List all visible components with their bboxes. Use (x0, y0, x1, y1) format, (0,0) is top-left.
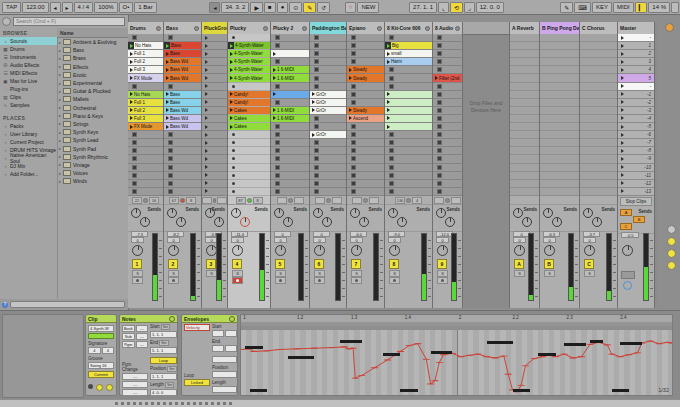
send-a-knob[interactable] (205, 208, 215, 218)
clip-slot[interactable] (433, 50, 462, 58)
position-set-button[interactable]: Set (167, 366, 176, 372)
clip-slot[interactable] (202, 131, 227, 139)
midi-note[interactable] (612, 389, 629, 392)
clip-slot[interactable] (385, 155, 432, 163)
clip[interactable]: Cakes (228, 107, 270, 114)
clip-slot[interactable] (347, 50, 384, 58)
clip[interactable]: Candy! (228, 99, 270, 106)
clip-slot[interactable] (202, 91, 227, 99)
help-icon[interactable]: ? (2, 302, 8, 308)
signature-denominator[interactable]: 4 (102, 347, 115, 354)
folder-row[interactable]: ▸Voices (57, 169, 128, 177)
envelopes-panel-circle-icon[interactable] (229, 316, 235, 322)
clip[interactable]: No Hats (128, 42, 163, 49)
clip-slot[interactable]: No Hats (128, 91, 163, 99)
clip-slot[interactable] (347, 131, 384, 139)
gain-field[interactable]: 0 (167, 237, 180, 243)
scene-slot[interactable]: -11 (618, 172, 654, 180)
clip-slot[interactable]: small (385, 50, 432, 58)
scene-slot[interactable]: -2 (618, 99, 654, 107)
clip-slot[interactable]: Bass Wd (164, 66, 201, 74)
clip-slot[interactable] (164, 131, 201, 139)
punch-in-button[interactable]: ⌞ (438, 2, 449, 13)
folder-row[interactable]: ▸Brass (57, 54, 128, 62)
send-a-knob[interactable] (543, 208, 553, 218)
send-a-knob[interactable] (350, 208, 360, 218)
quantization-menu[interactable]: 1 Bar (134, 2, 156, 13)
gain-field[interactable]: 0 (388, 237, 401, 243)
clip[interactable]: 4-Synth-Water (228, 66, 270, 73)
io-channel-field[interactable]: 16 (149, 197, 159, 204)
clip-slot[interactable] (433, 131, 462, 139)
io-channel-field[interactable]: 8 (253, 197, 263, 204)
start-set-button[interactable]: Set (161, 324, 170, 330)
bank-value[interactable]: --- (136, 325, 149, 332)
clip-slot[interactable]: FX Mode (128, 74, 163, 82)
clip-slot[interactable]: Bass Wd (164, 74, 201, 82)
midi-note[interactable] (431, 351, 453, 354)
clip[interactable]: 1 6-MIDI (271, 74, 309, 81)
clip-slot[interactable] (202, 188, 227, 196)
clip-slot[interactable] (385, 91, 432, 99)
clip-slot[interactable] (385, 147, 432, 155)
pan-knob[interactable] (584, 245, 595, 256)
sidebar-item-midi-effects[interactable]: ☷MIDI Effects (0, 69, 57, 77)
pgm-change-sub[interactable]: --- (122, 381, 148, 388)
clip-slot[interactable] (385, 99, 432, 107)
clip-slot[interactable] (228, 164, 270, 172)
send-b-knob[interactable] (397, 217, 407, 227)
clip-launch-toggle[interactable] (88, 384, 93, 389)
master-pan-knob[interactable] (622, 245, 633, 256)
clip-slot[interactable] (271, 50, 309, 58)
send-b-knob[interactable] (359, 217, 369, 227)
track-activator-button[interactable]: 5 (275, 259, 285, 269)
clip-slot[interactable] (347, 188, 384, 196)
clip-slot[interactable] (202, 66, 227, 74)
clip-slot[interactable] (433, 91, 462, 99)
clip-slot[interactable]: Cakes (228, 115, 270, 123)
gain-field[interactable]: 0 (313, 237, 326, 243)
scene-slot[interactable]: -4 (618, 115, 654, 123)
arm-button[interactable] (437, 277, 448, 284)
clip[interactable]: Cakes (228, 123, 270, 130)
clip-slot[interactable] (310, 155, 346, 163)
scene-slot[interactable]: 4 (618, 66, 654, 74)
browser-hscroll-bar[interactable] (10, 301, 125, 308)
clip-slot[interactable]: Bass Wd (164, 58, 201, 66)
clip-slot[interactable] (385, 66, 432, 74)
io-channel-field[interactable]: 8 (186, 197, 196, 204)
clip-slot[interactable]: GrOr (310, 91, 346, 99)
scene-slot[interactable]: -6 (618, 131, 654, 139)
clip-slot[interactable] (347, 139, 384, 147)
gain-field[interactable]: 0 (350, 237, 363, 243)
clip[interactable]: Bass Wd (164, 123, 201, 130)
env-start-value[interactable] (212, 330, 224, 337)
clip-slot[interactable] (310, 58, 346, 66)
folder-row[interactable]: ▸Exotic (57, 71, 128, 79)
clip-slot[interactable] (228, 83, 270, 91)
clip-slot[interactable] (164, 180, 201, 188)
clip-slot[interactable] (310, 83, 346, 91)
env-end-value[interactable] (212, 345, 224, 352)
clip-slot[interactable] (433, 34, 462, 42)
scene-slot[interactable]: -13 (618, 188, 654, 196)
clip-slot[interactable]: 1 6-MIDI (271, 74, 309, 82)
midi-note[interactable] (620, 342, 642, 345)
arm-button[interactable] (232, 277, 243, 284)
browser-scrollbar[interactable]: ? (0, 299, 128, 310)
signature-numerator[interactable]: 4 (88, 347, 101, 354)
sidebar-item-clips[interactable]: ▤Clips (0, 93, 57, 101)
computer-midi-keyboard-button[interactable]: ⌨ (574, 2, 591, 13)
io-channel-field[interactable] (294, 197, 304, 204)
clip-slot[interactable] (228, 34, 270, 42)
clip-slot[interactable]: 4-Synth-Water (228, 66, 270, 74)
session-record-button[interactable]: ○ (345, 2, 357, 13)
pgm-change-bank[interactable]: --- (122, 373, 148, 380)
folder-row[interactable]: ▸Winds (57, 177, 128, 185)
length-set-button[interactable]: Set (165, 382, 174, 388)
arrangement-position[interactable]: 34. 3. 2 (221, 2, 249, 13)
clip-slot[interactable] (202, 107, 227, 115)
clip-slot[interactable] (271, 147, 309, 155)
clip-slot[interactable]: Bass (164, 42, 201, 50)
clip[interactable]: small (385, 50, 432, 57)
